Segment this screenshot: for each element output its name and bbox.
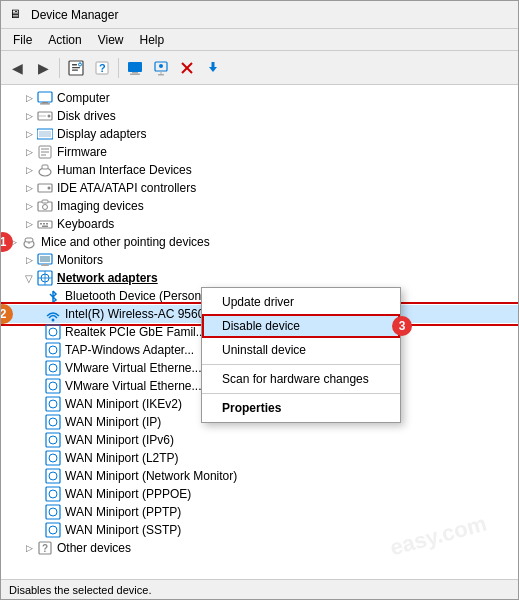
ctx-label: Scan for hardware changes — [222, 372, 369, 386]
svg-rect-9 — [132, 72, 138, 74]
tree-label: WAN Miniport (IKEv2) — [65, 397, 182, 411]
tree-arrow: ▷ — [21, 93, 37, 103]
svg-point-62 — [49, 382, 57, 390]
svg-rect-41 — [46, 223, 48, 225]
menu-item-help[interactable]: Help — [132, 31, 173, 49]
mice-icon — [21, 234, 37, 250]
tree-label: Realtek PCIe GbE Famil... — [65, 325, 206, 339]
tree-label: WAN Miniport (IP) — [65, 415, 161, 429]
menu-item-file[interactable]: File — [5, 31, 40, 49]
tree-item-network-adapters[interactable]: ▽ Network adapters — [1, 269, 518, 287]
wan-pptp-icon — [45, 504, 61, 520]
svg-rect-63 — [46, 397, 60, 411]
ctx-scan-hardware[interactable]: Scan for hardware changes — [202, 367, 400, 391]
svg-point-70 — [49, 454, 57, 462]
ctx-update-driver[interactable]: Update driver — [202, 290, 400, 314]
wan-ip-icon — [45, 414, 61, 430]
svg-rect-40 — [43, 223, 45, 225]
vmware1-icon — [45, 360, 61, 376]
toolbar: ◀ ▶ ? ? — [1, 51, 518, 85]
ctx-uninstall-device[interactable]: Uninstall device — [202, 338, 400, 362]
svg-point-78 — [49, 526, 57, 534]
tree-item-wan-l2tp[interactable]: WAN Miniport (L2TP) — [1, 449, 518, 467]
title-bar-icon: 🖥 — [9, 7, 25, 23]
menu-item-action[interactable]: Action — [40, 31, 89, 49]
tree-arrow: ▷ — [21, 543, 37, 553]
tree-item-hid[interactable]: ▷ Human Interface Devices — [1, 161, 518, 179]
tree-label: Other devices — [57, 541, 131, 555]
badge-1: 1 — [1, 232, 13, 252]
ctx-separator-1 — [202, 364, 400, 365]
toolbar-separator-1 — [59, 58, 60, 78]
tree-item-wan-sstp[interactable]: WAN Miniport (SSTP) — [1, 521, 518, 539]
network-button[interactable] — [149, 56, 173, 80]
tree-label: IDE ATA/ATAPI controllers — [57, 181, 196, 195]
update-button[interactable] — [201, 56, 225, 80]
svg-rect-8 — [128, 62, 142, 72]
bluetooth-icon — [45, 288, 61, 304]
tree-item-keyboards[interactable]: ▷ Keyboards — [1, 215, 518, 233]
tree-item-wan-pptp[interactable]: WAN Miniport (PPTP) — [1, 503, 518, 521]
tree-item-mice[interactable]: 1 ▷ Mice and other pointing devices — [1, 233, 518, 251]
tree-label: Firmware — [57, 145, 107, 159]
svg-rect-77 — [46, 523, 60, 537]
status-text: Disables the selected device. — [9, 584, 151, 596]
status-bar: Disables the selected device. — [1, 579, 518, 599]
svg-rect-48 — [42, 264, 48, 265]
tree-label: Computer — [57, 91, 110, 105]
tree-item-firmware[interactable]: ▷ Firmware — [1, 143, 518, 161]
tree-item-wan-pppoe[interactable]: WAN Miniport (PPPOE) — [1, 485, 518, 503]
svg-point-72 — [49, 472, 57, 480]
other-devices-icon: ? — [37, 540, 53, 556]
menu-item-view[interactable]: View — [90, 31, 132, 49]
tap-icon — [45, 342, 61, 358]
tree-label: Display adapters — [57, 127, 146, 141]
tree-item-wan-network-monitor[interactable]: WAN Miniport (Network Monitor) — [1, 467, 518, 485]
wan-ikev2-icon — [45, 396, 61, 412]
back-button[interactable]: ◀ — [5, 56, 29, 80]
monitors-icon — [37, 252, 53, 268]
monitor-button[interactable] — [123, 56, 147, 80]
tree-item-disk-drives[interactable]: ▷ Disk drives — [1, 107, 518, 125]
title-bar: 🖥 Device Manager — [1, 1, 518, 29]
toolbar-separator-2 — [118, 58, 119, 78]
content-area: ▷ Computer ▷ Disk drives ▷ Display adapt… — [1, 85, 518, 579]
svg-rect-45 — [25, 238, 33, 242]
properties-button[interactable]: ? — [64, 56, 88, 80]
uninstall-button[interactable] — [175, 56, 199, 80]
help-button[interactable]: ? — [90, 56, 114, 80]
svg-rect-39 — [40, 223, 42, 225]
tree-label: WAN Miniport (L2TP) — [65, 451, 179, 465]
svg-rect-47 — [40, 256, 50, 262]
svg-rect-19 — [38, 92, 52, 102]
tree-label: Disk drives — [57, 109, 116, 123]
wireless-icon — [45, 306, 61, 322]
svg-rect-59 — [46, 361, 60, 375]
tree-label: WAN Miniport (PPTP) — [65, 505, 181, 519]
wan-network-monitor-icon — [45, 468, 61, 484]
tree-item-other-devices[interactable]: ▷ ? Other devices — [1, 539, 518, 557]
tree-item-ide[interactable]: ▷ IDE ATA/ATAPI controllers — [1, 179, 518, 197]
tree-arrow: ▷ — [21, 201, 37, 211]
svg-rect-73 — [46, 487, 60, 501]
ctx-separator-2 — [202, 393, 400, 394]
tree-label: TAP-Windows Adapter... — [65, 343, 194, 357]
ctx-disable-device[interactable]: 3 Disable device — [202, 314, 400, 338]
svg-point-58 — [49, 346, 57, 354]
svg-point-60 — [49, 364, 57, 372]
forward-button[interactable]: ▶ — [31, 56, 55, 80]
tree-item-computer[interactable]: ▷ Computer — [1, 89, 518, 107]
tree-arrow: ▷ — [21, 165, 37, 175]
tree-item-imaging[interactable]: ▷ Imaging devices — [1, 197, 518, 215]
tree-item-monitors[interactable]: ▷ Monitors — [1, 251, 518, 269]
ctx-label: Uninstall device — [222, 343, 306, 357]
ctx-properties[interactable]: Properties — [202, 396, 400, 420]
svg-point-54 — [52, 319, 55, 322]
tree-item-display-adapters[interactable]: ▷ Display adapters — [1, 125, 518, 143]
svg-rect-55 — [46, 325, 60, 339]
wan-pppoe-icon — [45, 486, 61, 502]
svg-point-64 — [49, 400, 57, 408]
svg-point-74 — [49, 490, 57, 498]
tree-item-wan-ipv6[interactable]: WAN Miniport (IPv6) — [1, 431, 518, 449]
menu-bar: FileActionViewHelp — [1, 29, 518, 51]
